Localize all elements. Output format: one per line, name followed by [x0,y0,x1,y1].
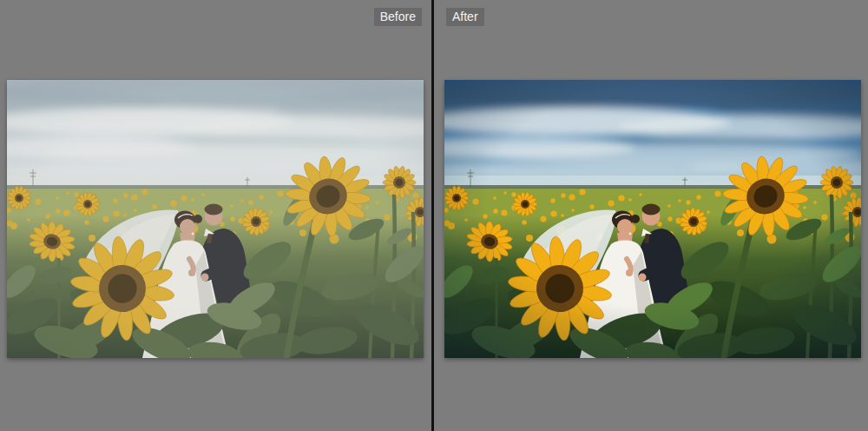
before-label: Before [374,8,422,26]
pane-divider [431,0,434,431]
before-after-stage: Before After [0,0,868,431]
sunflower-field-photo [7,80,424,358]
after-photo[interactable] [444,80,861,358]
sunflower-field-photo [444,80,861,358]
before-photo[interactable] [7,80,424,358]
after-label: After [446,8,484,26]
